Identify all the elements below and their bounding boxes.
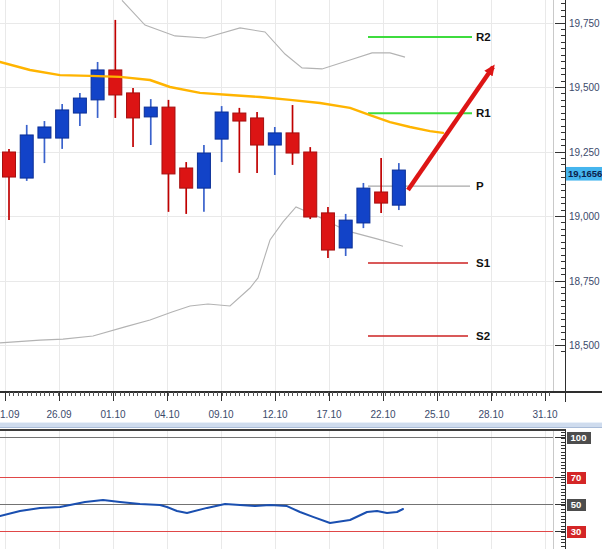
main-plot-area[interactable] [0, 0, 553, 392]
candle-body [375, 192, 388, 203]
candle-body [144, 107, 157, 117]
x-axis-label: 28.10 [478, 409, 503, 420]
x-axis-label: 04.10 [154, 409, 179, 420]
price-axis-label: 18,500 [569, 340, 600, 351]
x-axis-label: 01.10 [100, 409, 125, 420]
x-axis-label: 17.10 [316, 409, 341, 420]
price-axis-label: 19,000 [569, 211, 600, 222]
candle-body [392, 170, 405, 205]
rsi-level-tag-text: 30 [571, 526, 582, 537]
candle-body [268, 133, 281, 145]
x-axis-label: 25.10 [424, 409, 449, 420]
candle-body [38, 127, 51, 138]
x-axis-label: 09.10 [208, 409, 233, 420]
rsi-level-tag-text: 100 [571, 432, 587, 443]
candle-body [251, 118, 264, 145]
candle-body [162, 107, 175, 174]
x-axis-label: 22.10 [370, 409, 395, 420]
candle-body [109, 70, 122, 95]
chart-canvas: R2R1PS1S21.0926.0901.1004.1009.1012.1017… [0, 0, 602, 549]
pivot-label-r2: R2 [476, 31, 491, 43]
price-axis[interactable]: 19,75019,50019,25019,00018,75018,500 [555, 0, 601, 402]
candle-body [321, 213, 334, 250]
x-axis-label: 12.10 [262, 409, 287, 420]
candle-body [20, 135, 33, 178]
candle-body [127, 93, 140, 118]
last-price-tag-text: 19,1656 [568, 168, 602, 179]
candle-body [73, 98, 86, 113]
candle-body [91, 70, 104, 100]
candle-body [339, 220, 352, 248]
candle-body [286, 133, 299, 153]
rsi-axis[interactable]: 100705030 [555, 430, 591, 549]
price-axis-label: 19,500 [569, 82, 600, 93]
candlestick [357, 183, 370, 228]
rsi-level-tag-text: 70 [571, 472, 582, 483]
rsi-level-tag-text: 50 [571, 499, 582, 510]
candle-body [357, 188, 370, 223]
candlestick [392, 163, 405, 210]
candle-body [3, 152, 16, 177]
candle-body [197, 153, 210, 188]
candlestick [321, 207, 334, 258]
x-axis-label: 1.09 [0, 409, 20, 420]
candle-body [180, 168, 193, 188]
date-axis[interactable]: 1.0926.0901.1004.1009.1012.1017.1022.102… [0, 392, 602, 420]
candle-body [56, 110, 69, 138]
price-axis-label: 18,750 [569, 276, 600, 287]
x-axis-label: 31.10 [532, 409, 557, 420]
chart-window: R2R1PS1S21.0926.0901.1004.1009.1012.1017… [0, 0, 602, 549]
pivot-label-p: P [476, 180, 484, 192]
price-axis-label: 19,750 [569, 18, 600, 29]
pivot-label-s1: S1 [476, 257, 491, 269]
candle-body [304, 152, 317, 217]
candle-body [215, 112, 228, 139]
x-axis-label: 26.09 [46, 409, 71, 420]
candle-body [233, 113, 246, 121]
price-axis-label: 19,250 [569, 147, 600, 158]
pivot-label-s2: S2 [476, 330, 490, 342]
candlestick [304, 147, 317, 219]
last-price-tag: 19,1656 [566, 167, 602, 181]
pane-splitter[interactable] [0, 422, 602, 428]
pivot-label-r1: R1 [476, 107, 491, 119]
